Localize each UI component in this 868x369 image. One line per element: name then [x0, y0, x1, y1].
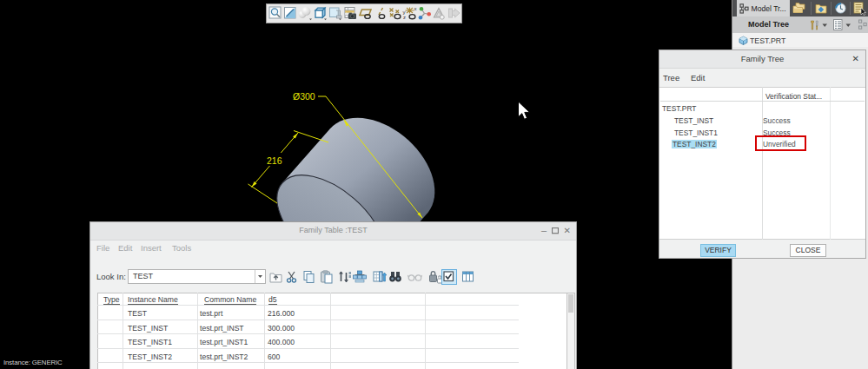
svg-text:Ø300: Ø300 — [293, 91, 315, 102]
svg-text:y: y — [403, 10, 406, 15]
svg-text:z: z — [403, 15, 406, 20]
svg-text:216: 216 — [267, 155, 282, 166]
